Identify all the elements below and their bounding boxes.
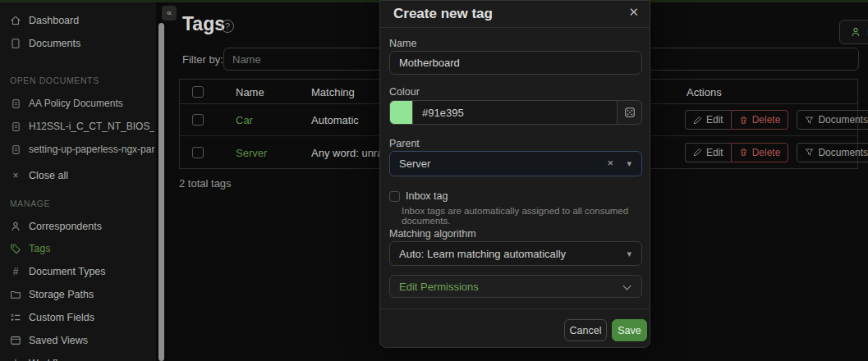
inbox-tag-checkbox[interactable] <box>389 191 400 202</box>
permissions-button[interactable]: Permissions <box>839 20 868 44</box>
cancel-button[interactable]: Cancel <box>564 319 607 341</box>
trash-icon <box>739 116 748 125</box>
close-all-label: Close all <box>29 170 68 181</box>
documents-filter-button[interactable]: Documents 1 <box>797 110 868 130</box>
tag-name-input[interactable] <box>389 51 642 75</box>
colour-value-input[interactable]: #91e395 <box>412 100 618 125</box>
edit-button-label: Edit <box>706 114 723 126</box>
column-header-actions: Actions <box>687 85 722 98</box>
sidebar-item-storage-paths[interactable]: Storage Paths <box>10 286 154 304</box>
name-label: Name <box>389 38 416 49</box>
file-icon <box>10 38 21 49</box>
trash-icon <box>739 148 748 157</box>
sidebar-scrollbar-track[interactable] <box>156 0 169 361</box>
sidebar-item-label: Custom Fields <box>29 312 94 323</box>
sidebar-collapse-button[interactable]: « <box>162 6 177 21</box>
sidebar-item-label: Tags <box>29 243 50 254</box>
sidebar-scrollbar-thumb[interactable] <box>158 23 164 361</box>
open-document-label: AA Policy Documents <box>29 98 123 109</box>
sidebar: Dashboard Documents OPEN DOCUMENTS AA Po… <box>0 2 156 361</box>
open-document-item[interactable]: setting-up-paperless-ngx-part-one <box>10 140 154 158</box>
tag-name-link[interactable]: Server <box>236 146 267 158</box>
open-document-item[interactable]: AA Policy Documents <box>10 94 154 112</box>
parent-select[interactable]: Server × ▾ <box>389 151 642 176</box>
documents-filter-button[interactable]: Documents 3 <box>797 143 868 162</box>
random-colour-button[interactable] <box>618 100 642 125</box>
tag-name-link[interactable]: Car <box>236 114 253 126</box>
select-all-checkbox[interactable] <box>192 86 204 98</box>
chevron-down-icon: ▾ <box>627 249 631 259</box>
page-title: Tags <box>182 13 225 35</box>
colour-swatch[interactable] <box>389 100 412 125</box>
file-text-icon <box>10 121 21 132</box>
tags-icon <box>10 243 21 254</box>
funnel-icon <box>805 148 814 157</box>
person-icon <box>10 221 21 232</box>
column-header-name: Name <box>236 85 264 98</box>
edit-button[interactable]: Edit <box>685 143 731 162</box>
help-icon[interactable]: ? <box>221 20 234 33</box>
open-document-label: H12SSL-i_C_CT_NT_BIOS_3.3_rele... <box>29 121 154 132</box>
sidebar-item-label: Workflows <box>29 358 76 361</box>
parent-select-value: Server <box>399 158 430 170</box>
edit-button[interactable]: Edit <box>685 110 731 130</box>
save-button[interactable]: Save <box>612 319 647 341</box>
sidebar-item-dashboard[interactable]: Dashboard <box>10 11 154 30</box>
folder-icon <box>10 289 21 300</box>
modal-header: Create new tag ✕ <box>380 1 650 28</box>
sidebar-item-saved-views[interactable]: Saved Views <box>10 331 154 350</box>
row-checkbox[interactable] <box>192 147 204 158</box>
tag-matching-value: Automatic <box>311 114 359 126</box>
modal-title: Create new tag <box>393 6 493 22</box>
manage-header: MANAGE <box>10 199 50 210</box>
sidebar-item-label: Correspondents <box>29 221 102 232</box>
close-all-button[interactable]: × Close all <box>10 167 154 185</box>
sidebar-item-custom-fields[interactable]: Custom Fields <box>10 308 154 327</box>
inbox-tag-row: Inbox tag <box>389 190 448 202</box>
create-tag-modal: Create new tag ✕ Name Colour #91e395 Par… <box>379 0 650 348</box>
colour-input-group: #91e395 <box>389 100 642 125</box>
close-icon[interactable]: ✕ <box>628 5 639 20</box>
matching-algorithm-label: Matching algorithm <box>389 228 476 240</box>
window-icon <box>10 335 21 346</box>
sidebar-item-correspondents[interactable]: Correspondents <box>10 217 154 235</box>
sidebar-item-label: Saved Views <box>29 335 88 346</box>
documents-button-label: Documents <box>818 114 868 126</box>
edit-permissions-label: Edit Permissions <box>399 281 479 293</box>
sidebar-item-label: Documents <box>29 38 80 49</box>
file-text-icon <box>10 144 21 155</box>
sidebar-item-label: Document Types <box>29 266 106 277</box>
row-checkbox[interactable] <box>192 114 204 126</box>
sidebar-item-documents[interactable]: Documents <box>10 34 154 53</box>
sidebar-item-workflows[interactable]: Workflows <box>10 354 154 361</box>
column-header-matching: Matching <box>311 85 355 98</box>
hash-icon: # <box>10 266 21 277</box>
edit-permissions-accordion[interactable]: Edit Permissions <box>389 275 642 298</box>
open-document-item[interactable]: H12SSL-i_C_CT_NT_BIOS_3.3_rele... <box>10 117 154 135</box>
open-documents-header: OPEN DOCUMENTS <box>10 75 99 87</box>
delete-button[interactable]: Delete <box>731 110 789 130</box>
custom-fields-icon <box>10 312 21 323</box>
funnel-icon <box>805 116 814 125</box>
delete-button-label: Delete <box>752 147 781 158</box>
file-text-icon <box>10 98 21 109</box>
sidebar-item-tags[interactable]: Tags <box>10 240 154 258</box>
delete-button-label: Delete <box>752 114 781 126</box>
delete-button[interactable]: Delete <box>731 143 789 162</box>
open-document-label: setting-up-paperless-ngx-part-one <box>29 144 154 155</box>
parent-label: Parent <box>389 138 420 149</box>
modal-footer: Cancel Save <box>380 308 650 348</box>
matching-algorithm-select[interactable]: Auto: Learn matching automatically ▾ <box>389 241 642 266</box>
inbox-tag-label: Inbox tag <box>406 190 448 202</box>
workflows-icon <box>10 358 21 361</box>
inbox-tag-hint: Inbox tags are automatically assigned to… <box>402 206 644 226</box>
home-icon <box>10 15 21 26</box>
documents-button-label: Documents <box>818 147 868 158</box>
edit-button-label: Edit <box>706 147 723 158</box>
filter-by-label: Filter by: <box>182 53 223 66</box>
close-icon: × <box>10 170 21 181</box>
sidebar-item-document-types[interactable]: # Document Types <box>10 263 154 281</box>
chevron-down-icon <box>621 281 633 294</box>
chevron-down-icon[interactable]: ▾ <box>627 158 631 169</box>
clear-icon[interactable]: × <box>607 157 613 169</box>
